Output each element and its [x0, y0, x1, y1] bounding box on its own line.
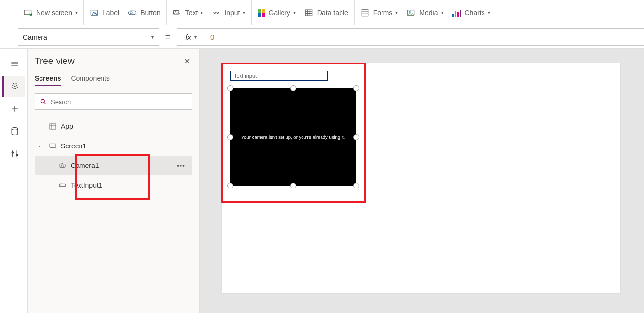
tree-item-label: Screen1	[61, 142, 86, 150]
tree-search-input[interactable]	[51, 98, 187, 105]
close-icon[interactable]: ✕	[184, 57, 190, 66]
data-table-label: Data table	[317, 9, 348, 17]
chevron-down-icon: ▾	[441, 10, 443, 15]
svg-rect-20	[59, 184, 65, 186]
svg-rect-17	[50, 144, 56, 147]
ribbon-toolbar: New screen ▾ Label Button Abc Text ▾ Inp…	[0, 0, 644, 25]
text-icon: Abc	[173, 8, 181, 17]
input-dropdown[interactable]: Input ▾	[206, 0, 251, 25]
media-label: Media	[419, 9, 438, 17]
button-button[interactable]: Button	[122, 0, 166, 25]
search-icon	[40, 98, 47, 105]
gallery-icon	[258, 9, 265, 16]
charts-icon	[452, 9, 461, 17]
text-input-control[interactable]	[230, 71, 328, 81]
property-selector-value: Camera	[23, 33, 47, 41]
formula-bar: Camera ▾ = fx ▾	[0, 25, 644, 49]
property-selector[interactable]: Camera ▾	[18, 28, 159, 46]
charts-label: Charts	[465, 9, 485, 17]
svg-point-12	[12, 128, 18, 130]
rail-tools[interactable]	[2, 144, 25, 164]
chevron-down-icon: ▾	[395, 10, 398, 15]
left-rail	[0, 49, 28, 313]
gallery-dropdown[interactable]: Gallery ▾	[252, 0, 299, 25]
forms-label: Forms	[373, 9, 393, 17]
screen-icon	[23, 8, 32, 17]
button-icon	[128, 8, 137, 17]
chevron-down-icon: ▾	[151, 34, 154, 40]
tree-view-title: Tree view	[35, 56, 192, 66]
tree-item-textinput1[interactable]: TextInput1	[35, 175, 192, 195]
resize-handle[interactable]	[227, 183, 233, 188]
rail-hamburger[interactable]	[2, 54, 25, 74]
data-table-button[interactable]: Data table	[299, 0, 355, 25]
tab-components[interactable]: Components	[71, 74, 109, 86]
gallery-label: Gallery	[269, 9, 290, 17]
more-icon[interactable]: •••	[177, 162, 185, 169]
resize-handle[interactable]	[227, 134, 233, 140]
camera-icon	[58, 162, 67, 169]
canvas-screen[interactable]: Your camera isn't set up, or you're alre…	[222, 63, 620, 293]
resize-handle[interactable]	[290, 85, 296, 91]
chevron-down-icon: ▾	[243, 10, 245, 15]
tree-item-app[interactable]: App	[35, 117, 192, 136]
tree-tabs: Screens Components	[35, 74, 192, 86]
text-dropdown[interactable]: Abc Text ▾	[167, 0, 206, 25]
chevron-down-icon: ▾	[75, 10, 78, 15]
label-text: Label	[102, 9, 119, 17]
camera-message: Your camera isn't set up, or you're alre…	[242, 134, 345, 140]
rail-treeview[interactable]	[2, 76, 25, 97]
chevron-down-icon: ▾	[194, 34, 197, 40]
rail-insert[interactable]	[2, 99, 25, 119]
svg-text:Abc: Abc	[174, 10, 180, 14]
svg-rect-8	[305, 10, 312, 16]
app-icon	[48, 123, 57, 130]
chevron-down-icon: ▾	[201, 10, 203, 15]
chevron-down-icon: ▾	[488, 10, 490, 15]
svg-point-3	[130, 11, 133, 14]
input-label: Input	[224, 9, 240, 17]
new-screen-button[interactable]: New screen ▾	[18, 0, 84, 25]
label-icon	[90, 8, 99, 17]
resize-handle[interactable]	[353, 85, 359, 91]
text-label: Text	[185, 9, 198, 17]
tree-view-panel: Tree view ✕ Screens Components App ▾ Scr…	[28, 49, 200, 313]
chevron-down-icon: ▾	[39, 144, 44, 149]
resize-handle[interactable]	[353, 134, 359, 140]
button-text: Button	[141, 9, 160, 17]
tree-item-screen1[interactable]: ▾ Screen1	[35, 136, 192, 156]
tree-item-label: TextInput1	[71, 181, 102, 189]
input-icon	[212, 8, 221, 17]
svg-point-7	[217, 12, 219, 13]
screen-icon	[48, 142, 57, 150]
chevron-down-icon: ▾	[293, 10, 296, 15]
media-dropdown[interactable]: Media ▾	[401, 0, 446, 25]
media-icon	[406, 8, 415, 17]
new-screen-label: New screen	[36, 9, 72, 17]
fx-icon: fx	[185, 33, 191, 41]
resize-handle[interactable]	[227, 85, 233, 91]
formula-input[interactable]	[205, 28, 644, 46]
tab-screens[interactable]: Screens	[35, 74, 61, 86]
svg-point-19	[61, 165, 64, 167]
svg-point-6	[214, 12, 216, 13]
svg-point-11	[409, 11, 411, 13]
tree-item-label: App	[61, 123, 73, 130]
fx-button[interactable]: fx ▾	[177, 28, 205, 46]
canvas-workspace: Your camera isn't set up, or you're alre…	[200, 49, 644, 313]
tree-item-label: Camera1	[71, 162, 99, 169]
forms-icon	[361, 8, 369, 17]
tree-search[interactable]	[35, 93, 192, 110]
tree-item-camera1[interactable]: Camera1 •••	[35, 156, 192, 175]
main-area: Tree view ✕ Screens Components App ▾ Scr…	[0, 49, 644, 313]
rail-data[interactable]	[2, 121, 25, 142]
camera-control[interactable]: Your camera isn't set up, or you're alre…	[230, 88, 356, 186]
svg-rect-16	[50, 124, 56, 129]
data-table-icon	[304, 8, 313, 17]
forms-dropdown[interactable]: Forms ▾	[355, 0, 401, 25]
charts-dropdown[interactable]: Charts ▾	[446, 0, 496, 25]
svg-point-15	[41, 99, 44, 103]
resize-handle[interactable]	[353, 183, 359, 188]
label-button[interactable]: Label	[84, 0, 122, 25]
resize-handle[interactable]	[290, 183, 296, 188]
